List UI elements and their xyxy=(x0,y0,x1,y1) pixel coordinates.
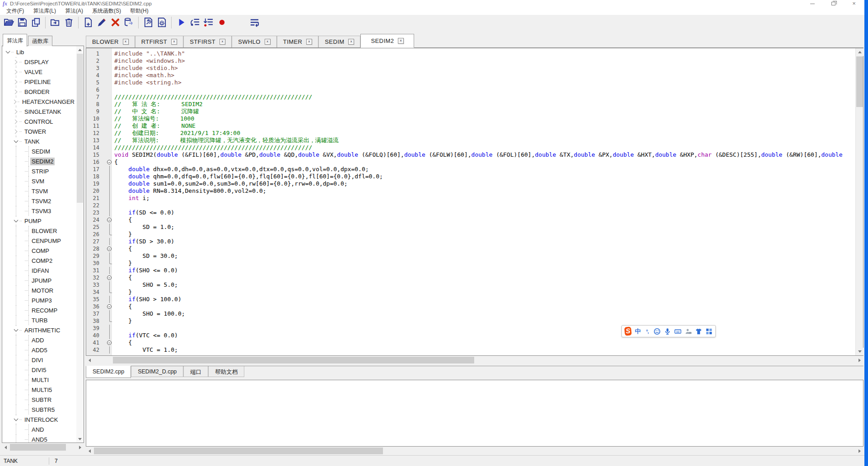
tree-item-comp2[interactable]: COMP2 xyxy=(2,256,76,266)
doc-tab-端口[interactable]: 端口 xyxy=(183,366,208,377)
editor-tab-blower[interactable]: BLOWERx xyxy=(86,36,135,47)
tab-close-button[interactable]: x xyxy=(265,39,271,45)
fold-collapse-icon[interactable] xyxy=(105,274,114,281)
chevron-down-icon[interactable] xyxy=(12,326,19,334)
tree-item-add[interactable]: ADD xyxy=(2,335,76,345)
chinese-mode-icon[interactable]: 中 xyxy=(635,327,641,335)
keyboard-icon[interactable] xyxy=(674,327,681,335)
file-gears-button[interactable] xyxy=(155,16,168,29)
tree-item-tsvm[interactable]: TSVM xyxy=(2,186,76,196)
tab-close-button[interactable]: x xyxy=(398,38,404,44)
tree-item-heatexchanger[interactable]: HEATEXCHANGER xyxy=(2,97,76,107)
chevron-right-icon[interactable] xyxy=(12,68,19,75)
editor-tab-swhlo[interactable]: SWHLOx xyxy=(232,36,277,47)
trash-button[interactable] xyxy=(62,16,75,29)
new-file-button[interactable] xyxy=(81,16,95,29)
scroll-up-arrow[interactable] xyxy=(76,46,84,53)
tree-item-multi[interactable]: MULTI xyxy=(2,375,76,385)
tree-item-tank[interactable]: TANK xyxy=(2,136,76,146)
punctuation-icon[interactable]: °, xyxy=(644,327,650,335)
tab-close-button[interactable]: x xyxy=(171,39,177,45)
tree-item-strip[interactable]: STRIP xyxy=(2,166,76,176)
scroll-up-arrow[interactable] xyxy=(856,48,863,56)
tab-close-button[interactable]: x xyxy=(306,39,312,45)
scroll-thumb[interactable] xyxy=(856,56,863,107)
scroll-thumb[interactable] xyxy=(113,357,474,363)
tree-item-tower[interactable]: TOWER xyxy=(2,126,76,136)
file-tools-button[interactable] xyxy=(141,16,155,29)
chevron-right-icon[interactable] xyxy=(12,108,19,115)
output-horizontal-scrollbar[interactable] xyxy=(86,447,863,455)
sidebar-tab-active[interactable]: 算法库 xyxy=(3,34,27,47)
tree-item-control[interactable]: CONTROL xyxy=(2,116,76,126)
tab-close-button[interactable]: x xyxy=(219,39,225,45)
tree-item-multi5[interactable]: MULTI5 xyxy=(2,385,76,395)
scroll-right-arrow[interactable] xyxy=(856,447,863,455)
tree-item-idfan[interactable]: IDFAN xyxy=(2,266,76,275)
tab-close-button[interactable]: x xyxy=(348,39,354,45)
tree-item-blower[interactable]: BLOWER xyxy=(2,226,76,236)
menu-item[interactable]: 文件(F) xyxy=(2,7,28,15)
chevron-right-icon[interactable] xyxy=(12,78,19,85)
tree-item-pump[interactable]: PUMP xyxy=(2,216,76,226)
step-over-button[interactable] xyxy=(188,16,201,29)
tree-item-sedim2[interactable]: SEDIM2 xyxy=(2,156,76,166)
scroll-down-arrow[interactable] xyxy=(76,435,84,443)
doc-tab-帮助文档[interactable]: 帮助文档 xyxy=(208,366,244,377)
tree-item-lib[interactable]: Lib xyxy=(2,47,76,57)
doc-tab-sedim2-cpp[interactable]: SEDIM2.cpp xyxy=(86,366,131,378)
editor-horizontal-scrollbar[interactable] xyxy=(86,356,863,364)
editor-vertical-scrollbar[interactable] xyxy=(855,48,863,355)
tree-item-interlock[interactable]: INTERLOCK xyxy=(2,415,76,424)
code-area[interactable]: 1#include "..\TANK.h"2#include <windows.… xyxy=(86,48,855,355)
menu-item[interactable]: 算法(A) xyxy=(61,7,88,15)
fold-collapse-icon[interactable] xyxy=(105,245,114,252)
scroll-thumb[interactable] xyxy=(94,447,383,454)
chevron-down-icon[interactable] xyxy=(12,217,19,224)
tree-item-display[interactable]: DISPLAY xyxy=(2,57,76,67)
editor-tab-stfirst[interactable]: STFIRSTx xyxy=(183,36,232,47)
scroll-left-arrow[interactable] xyxy=(2,443,9,451)
tree-item-add5[interactable]: ADD5 xyxy=(2,345,76,355)
chevron-right-icon[interactable] xyxy=(12,58,19,65)
editor-tab-sedim[interactable]: SEDIMx xyxy=(318,36,360,47)
tree-item-jpump[interactable]: JPUMP xyxy=(2,275,76,285)
output-panel[interactable] xyxy=(86,380,863,447)
fold-collapse-icon[interactable] xyxy=(105,216,114,224)
fold-collapse-icon[interactable] xyxy=(105,158,114,166)
voice-icon[interactable] xyxy=(664,327,671,335)
editor-tab-timer[interactable]: TIMERx xyxy=(277,36,318,47)
tree-item-recomp[interactable]: RECOMP xyxy=(2,305,76,315)
export-data-button[interactable] xyxy=(122,16,135,29)
scroll-right-arrow[interactable] xyxy=(856,356,863,364)
close-button[interactable]: × xyxy=(847,0,861,7)
tree-item-arithmetic[interactable]: ARITHMETIC xyxy=(2,325,76,335)
scroll-left-arrow[interactable] xyxy=(86,356,93,364)
menu-item[interactable]: 帮助(H) xyxy=(126,7,153,15)
chevron-right-icon[interactable] xyxy=(12,88,19,95)
scroll-down-arrow[interactable] xyxy=(856,348,863,355)
scroll-thumb[interactable] xyxy=(10,444,66,451)
import-button[interactable] xyxy=(48,16,62,29)
restore-button[interactable] xyxy=(826,0,840,7)
minimize-button[interactable] xyxy=(806,0,819,7)
fold-collapse-icon[interactable] xyxy=(105,303,114,310)
step-into-button[interactable] xyxy=(201,16,215,29)
tree-item-subtr5[interactable]: SUBTR5 xyxy=(2,405,76,415)
emoji-icon[interactable] xyxy=(653,327,661,335)
tree-item-valve[interactable]: VALVE xyxy=(2,67,76,77)
editor-tab-rtfirst[interactable]: RTFIRSTx xyxy=(135,36,183,47)
chevron-down-icon[interactable] xyxy=(4,48,11,56)
smart-input-icon[interactable] xyxy=(685,327,692,335)
tree-item-singletank[interactable]: SINGLETANK xyxy=(2,107,76,116)
tree-item-cenpump[interactable]: CENPUMP xyxy=(2,236,76,246)
tree-item-pipeline[interactable]: PIPELINE xyxy=(2,77,76,87)
tree-item-tsvm3[interactable]: TSVM3 xyxy=(2,206,76,216)
editor-tab-sedim2[interactable]: SEDIM2x xyxy=(360,34,414,48)
tree-vertical-scrollbar[interactable] xyxy=(76,46,84,443)
tree-item-divi5[interactable]: DIVI5 xyxy=(2,365,76,375)
run-button[interactable] xyxy=(174,16,188,29)
tree-item-border[interactable]: BORDER xyxy=(2,87,76,97)
tree-item-turb[interactable]: TURB xyxy=(2,315,76,325)
scroll-left-arrow[interactable] xyxy=(86,447,93,455)
